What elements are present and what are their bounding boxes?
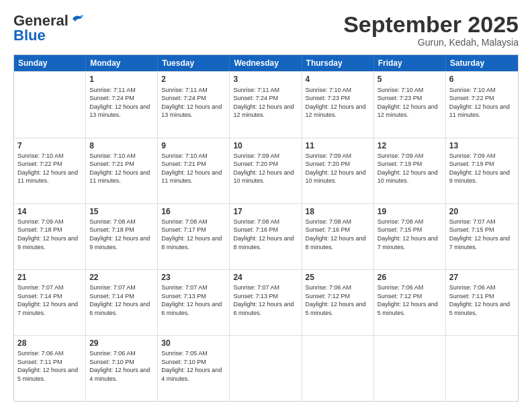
day-info: Sunrise: 7:08 AM Sunset: 7:18 PM Dayligh… [89, 218, 154, 251]
calendar-cell: 16Sunrise: 7:08 AM Sunset: 7:17 PM Dayli… [158, 204, 230, 269]
day-number: 7 [17, 140, 82, 151]
calendar-cell: 20Sunrise: 7:07 AM Sunset: 7:15 PM Dayli… [446, 204, 518, 269]
calendar-header: Sunday Monday Tuesday Wednesday Thursday… [14, 55, 518, 71]
logo: General Blue [13, 12, 85, 44]
day-info: Sunrise: 7:05 AM Sunset: 7:10 PM Dayligh… [161, 349, 226, 383]
calendar-cell: 27Sunrise: 7:06 AM Sunset: 7:11 PM Dayli… [446, 270, 518, 335]
page: General Blue September 2025 Gurun, Kedah… [0, 0, 532, 411]
day-number: 8 [89, 140, 154, 151]
day-number: 16 [161, 206, 226, 217]
day-number: 18 [306, 206, 370, 217]
header-wednesday: Wednesday [230, 55, 302, 71]
calendar-cell: 10Sunrise: 7:09 AM Sunset: 7:20 PM Dayli… [230, 138, 302, 203]
logo-bird-icon [70, 13, 85, 26]
header-saturday: Saturday [446, 55, 518, 71]
calendar-cell: 22Sunrise: 7:07 AM Sunset: 7:14 PM Dayli… [86, 270, 158, 335]
calendar-cell: 11Sunrise: 7:09 AM Sunset: 7:20 PM Dayli… [302, 138, 374, 203]
day-number: 26 [378, 272, 442, 283]
day-info: Sunrise: 7:10 AM Sunset: 7:21 PM Dayligh… [89, 152, 154, 185]
day-number: 14 [17, 206, 82, 217]
calendar-body: 1Sunrise: 7:11 AM Sunset: 7:24 PM Daylig… [14, 71, 518, 401]
day-info: Sunrise: 7:08 AM Sunset: 7:16 PM Dayligh… [233, 218, 298, 251]
day-number: 3 [233, 74, 298, 85]
calendar-cell: 7Sunrise: 7:10 AM Sunset: 7:22 PM Daylig… [14, 138, 86, 203]
day-number: 17 [233, 206, 298, 217]
calendar-cell: 25Sunrise: 7:06 AM Sunset: 7:12 PM Dayli… [302, 270, 374, 335]
day-number: 12 [378, 140, 442, 151]
day-number: 23 [161, 272, 226, 283]
calendar-row-3: 14Sunrise: 7:09 AM Sunset: 7:18 PM Dayli… [14, 203, 518, 269]
header-tuesday: Tuesday [158, 55, 230, 71]
day-number: 2 [161, 74, 226, 85]
day-number: 6 [449, 74, 515, 85]
calendar-cell: 8Sunrise: 7:10 AM Sunset: 7:21 PM Daylig… [86, 138, 158, 203]
day-info: Sunrise: 7:07 AM Sunset: 7:13 PM Dayligh… [161, 283, 226, 317]
day-number: 25 [306, 272, 370, 283]
day-info: Sunrise: 7:09 AM Sunset: 7:20 PM Dayligh… [233, 152, 298, 185]
calendar-cell: 19Sunrise: 7:08 AM Sunset: 7:15 PM Dayli… [374, 204, 446, 269]
day-number: 21 [17, 272, 82, 283]
calendar-cell: 24Sunrise: 7:07 AM Sunset: 7:13 PM Dayli… [230, 270, 302, 335]
day-number: 27 [449, 272, 515, 283]
calendar-cell: 1Sunrise: 7:11 AM Sunset: 7:24 PM Daylig… [86, 72, 158, 137]
day-number: 4 [306, 74, 370, 85]
header-monday: Monday [86, 55, 158, 71]
day-number: 1 [89, 74, 154, 85]
calendar-cell [230, 336, 302, 401]
day-number: 22 [89, 272, 154, 283]
day-number: 10 [233, 140, 298, 151]
day-info: Sunrise: 7:09 AM Sunset: 7:19 PM Dayligh… [378, 152, 442, 185]
day-info: Sunrise: 7:06 AM Sunset: 7:11 PM Dayligh… [17, 349, 82, 383]
calendar-row-5: 28Sunrise: 7:06 AM Sunset: 7:11 PM Dayli… [14, 335, 518, 401]
calendar-cell: 9Sunrise: 7:10 AM Sunset: 7:21 PM Daylig… [158, 138, 230, 203]
calendar-cell: 13Sunrise: 7:09 AM Sunset: 7:19 PM Dayli… [446, 138, 518, 203]
calendar-cell: 28Sunrise: 7:06 AM Sunset: 7:11 PM Dayli… [14, 336, 86, 401]
header-friday: Friday [374, 55, 446, 71]
day-info: Sunrise: 7:10 AM Sunset: 7:23 PM Dayligh… [306, 86, 370, 120]
calendar-cell: 17Sunrise: 7:08 AM Sunset: 7:16 PM Dayli… [230, 204, 302, 269]
calendar-cell: 3Sunrise: 7:11 AM Sunset: 7:24 PM Daylig… [230, 72, 302, 137]
day-info: Sunrise: 7:10 AM Sunset: 7:21 PM Dayligh… [161, 152, 226, 185]
logo-text-blue: Blue [13, 27, 46, 44]
calendar-cell [446, 336, 518, 401]
header: General Blue September 2025 Gurun, Kedah… [13, 12, 519, 48]
calendar-cell: 26Sunrise: 7:06 AM Sunset: 7:12 PM Dayli… [374, 270, 446, 335]
day-info: Sunrise: 7:06 AM Sunset: 7:12 PM Dayligh… [306, 283, 370, 317]
calendar-cell: 2Sunrise: 7:11 AM Sunset: 7:24 PM Daylig… [158, 72, 230, 137]
calendar-cell: 6Sunrise: 7:10 AM Sunset: 7:22 PM Daylig… [446, 72, 518, 137]
day-info: Sunrise: 7:10 AM Sunset: 7:22 PM Dayligh… [449, 86, 515, 120]
calendar-cell: 12Sunrise: 7:09 AM Sunset: 7:19 PM Dayli… [374, 138, 446, 203]
day-info: Sunrise: 7:06 AM Sunset: 7:11 PM Dayligh… [449, 283, 515, 317]
day-number: 15 [89, 206, 154, 217]
calendar-row-2: 7Sunrise: 7:10 AM Sunset: 7:22 PM Daylig… [14, 138, 518, 203]
calendar-cell [302, 336, 374, 401]
calendar-cell: 14Sunrise: 7:09 AM Sunset: 7:18 PM Dayli… [14, 204, 86, 269]
day-number: 20 [449, 206, 515, 217]
title-area: September 2025 Gurun, Kedah, Malaysia [343, 12, 519, 48]
calendar-cell: 5Sunrise: 7:10 AM Sunset: 7:23 PM Daylig… [374, 72, 446, 137]
calendar-cell: 21Sunrise: 7:07 AM Sunset: 7:14 PM Dayli… [14, 270, 86, 335]
calendar-cell: 4Sunrise: 7:10 AM Sunset: 7:23 PM Daylig… [302, 72, 374, 137]
day-info: Sunrise: 7:06 AM Sunset: 7:12 PM Dayligh… [378, 283, 442, 317]
calendar-cell [374, 336, 446, 401]
day-number: 24 [233, 272, 298, 283]
day-info: Sunrise: 7:11 AM Sunset: 7:24 PM Dayligh… [233, 86, 298, 120]
calendar-row-1: 1Sunrise: 7:11 AM Sunset: 7:24 PM Daylig… [14, 71, 518, 137]
day-info: Sunrise: 7:11 AM Sunset: 7:24 PM Dayligh… [89, 86, 154, 120]
calendar-cell: 18Sunrise: 7:08 AM Sunset: 7:16 PM Dayli… [302, 204, 374, 269]
day-info: Sunrise: 7:07 AM Sunset: 7:14 PM Dayligh… [89, 283, 154, 317]
day-number: 30 [161, 338, 226, 349]
day-info: Sunrise: 7:08 AM Sunset: 7:17 PM Dayligh… [161, 218, 226, 251]
day-number: 19 [378, 206, 442, 217]
calendar-cell: 15Sunrise: 7:08 AM Sunset: 7:18 PM Dayli… [86, 204, 158, 269]
day-number: 13 [449, 140, 515, 151]
day-info: Sunrise: 7:07 AM Sunset: 7:15 PM Dayligh… [449, 218, 515, 251]
day-number: 9 [161, 140, 226, 151]
month-title: September 2025 [343, 12, 519, 37]
day-number: 29 [89, 338, 154, 349]
calendar-cell: 23Sunrise: 7:07 AM Sunset: 7:13 PM Dayli… [158, 270, 230, 335]
day-info: Sunrise: 7:11 AM Sunset: 7:24 PM Dayligh… [161, 86, 226, 120]
day-info: Sunrise: 7:06 AM Sunset: 7:10 PM Dayligh… [89, 349, 154, 383]
day-info: Sunrise: 7:09 AM Sunset: 7:18 PM Dayligh… [17, 218, 82, 251]
day-info: Sunrise: 7:08 AM Sunset: 7:15 PM Dayligh… [378, 218, 442, 251]
